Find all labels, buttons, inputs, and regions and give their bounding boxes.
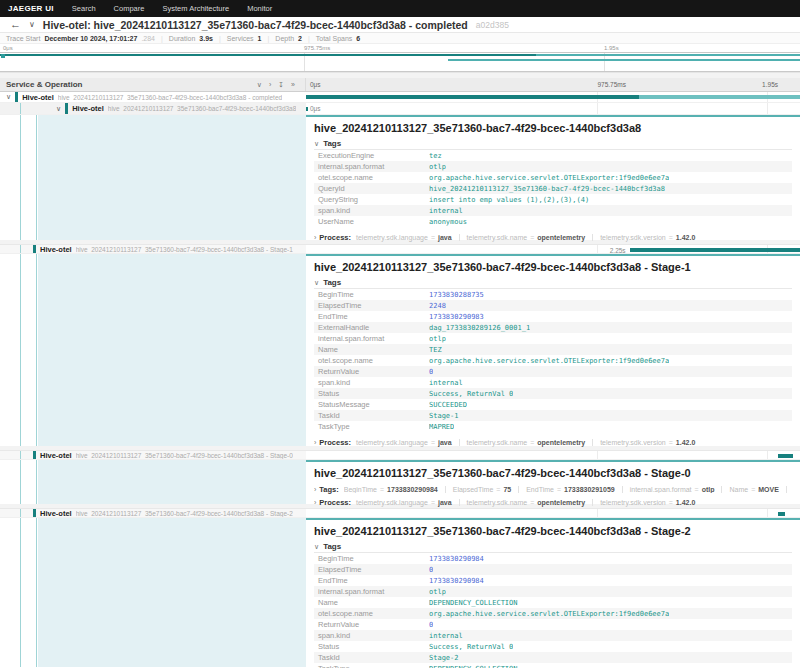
jaeger-logo[interactable]: JAEGER UI: [8, 4, 54, 13]
timeline-header-left: Service & Operation ∨ › ↧ »: [0, 78, 306, 91]
duration-value: 3.9s: [199, 35, 213, 42]
span-row-stage2[interactable]: Hive-otel hive_20241210113127_35e71360-b…: [0, 509, 800, 518]
collapse-one-icon[interactable]: ↧: [278, 81, 284, 89]
tag-key: TaskId: [314, 411, 429, 420]
total-spans-value: 6: [356, 35, 360, 42]
tag-value: TEZ: [429, 346, 442, 354]
tag-value: hive_20241210113127_35e71360-bac7-4f29-b…: [429, 185, 665, 193]
nav-item-monitor[interactable]: Monitor: [247, 4, 272, 13]
chevron-down-icon[interactable]: ∨: [56, 105, 61, 113]
process-item: telemetry.sdk.name=opentelemetry: [459, 439, 593, 446]
nav-item-search[interactable]: Search: [72, 4, 96, 13]
nav-item-compare[interactable]: Compare: [114, 4, 145, 13]
span-detail-stage2: hive_20241210113127_35e71360-bac7-4f29-b…: [0, 518, 800, 667]
minimap-tick: 975.75ms: [304, 45, 330, 51]
trace-header: ← ∨ Hive-otel: hive_20241210113127_35e71…: [0, 17, 800, 33]
tag-row: ElapsedTime 0: [314, 564, 792, 575]
timeline-header-row: Service & Operation ∨ › ↧ » 0μs975.75ms1…: [0, 78, 800, 92]
tree-guide: [36, 518, 37, 667]
operation-name: hive_20241210113127_35e71360-bac7-4f29-b…: [76, 510, 293, 517]
services-label: Services: [227, 35, 254, 42]
tag-row: TaskType DEPENDENCY_COLLECTION: [314, 663, 792, 668]
tree-guide: [20, 254, 21, 446]
trace-start-ms: .284: [141, 35, 155, 42]
tree-guide: [36, 460, 37, 504]
chevron-down-icon[interactable]: ∨: [29, 20, 35, 29]
ruler-tick: 975.75ms: [597, 81, 626, 88]
tags-section-collapsed[interactable]: › Tags: BeginTime=1733830290984ElapsedTi…: [314, 483, 792, 495]
trace-minimap[interactable]: 0μs975.75ms1.95s: [0, 44, 800, 72]
tree-guide: [20, 115, 21, 240]
trace-id-short: a02d385: [476, 20, 509, 30]
tag-row: StatusMessage SUCCEEDED: [314, 399, 792, 410]
tags-section-toggle[interactable]: ∨ Tags: [314, 277, 792, 289]
minimap-canvas[interactable]: [0, 52, 800, 72]
back-icon[interactable]: ←: [10, 19, 21, 30]
tag-summary-item: ElapsedTime=75: [445, 486, 518, 493]
tag-value: 1733830290984: [429, 577, 484, 585]
tag-key: ExecutionEngine: [314, 151, 429, 160]
tag-key: otel.scope.name: [314, 173, 429, 182]
tag-row: ReturnValue 0: [314, 366, 792, 377]
tree-guide: [20, 509, 21, 517]
service-name: Hive-otel: [40, 451, 72, 459]
collapse-all-icon[interactable]: ∨: [257, 81, 262, 89]
chevron-down-icon[interactable]: ∨: [6, 93, 11, 101]
expand-one-icon[interactable]: »: [291, 81, 295, 89]
nav-item-system-architecture[interactable]: System Architecture: [162, 4, 229, 13]
tag-value: Success, ReturnVal 0: [429, 390, 513, 398]
chevron-right-icon: ›: [314, 486, 316, 493]
span-bar[interactable]: [306, 107, 308, 111]
tag-key: Name: [314, 345, 429, 354]
tag-value: internal: [429, 207, 463, 215]
minimap-tick: 0μs: [3, 45, 13, 51]
tag-value: otlp: [429, 588, 446, 596]
tag-value: internal: [429, 379, 463, 387]
tag-value: SUCCEEDED: [429, 401, 467, 409]
process-section[interactable]: › Process: telemetry.sdk.language=javate…: [314, 436, 792, 448]
span-bar[interactable]: [630, 248, 800, 252]
tag-key: Status: [314, 642, 429, 651]
span-detail-title: hive_20241210113127_35e71360-bac7-4f29-b…: [314, 122, 792, 134]
tag-value: 1733830290983: [429, 313, 484, 321]
span-row-stage1[interactable]: Hive-otel hive_20241210113127_35e71360-b…: [0, 245, 800, 254]
span-detail-stage0: hive_20241210113127_35e71360-bac7-4f29-b…: [0, 460, 800, 504]
tag-row: QueryId hive_20241210113127_35e71360-bac…: [314, 183, 792, 194]
span-row-main[interactable]: ∨ Hive-otel hive_20241210113127_35e71360…: [0, 103, 800, 115]
tag-row: otel.scope.name org.apache.hive.service.…: [314, 355, 792, 366]
span-bar[interactable]: [306, 95, 800, 99]
tree-guide: [20, 245, 21, 253]
span-detail-title: hive_20241210113127_35e71360-bac7-4f29-b…: [314, 261, 792, 273]
tag-row: ReturnValue 0: [314, 619, 792, 630]
span-row-stage0[interactable]: Hive-otel hive_20241210113127_35e71360-b…: [0, 451, 800, 460]
tag-key: BeginTime: [314, 290, 429, 299]
tag-row: UserName anonymous: [314, 216, 792, 227]
tag-key: QueryId: [314, 184, 429, 193]
service-color-strip: [33, 509, 36, 517]
span-bar[interactable]: [778, 454, 793, 458]
tag-key: ElapsedTime: [314, 565, 429, 574]
tags-section-toggle[interactable]: ∨ Tags: [314, 138, 792, 150]
timeline-ruler: 0μs975.75ms1.95s: [306, 78, 800, 91]
tag-key: QueryString: [314, 195, 429, 204]
chevron-right-icon: ›: [314, 234, 316, 241]
tag-value: 0: [429, 621, 433, 629]
tag-row: Status Success, ReturnVal 0: [314, 388, 792, 399]
tag-key: ExternalHandle: [314, 323, 429, 332]
minimap-drag-handle[interactable]: [1, 54, 5, 58]
tag-value: otlp: [429, 335, 446, 343]
tag-row: TaskId Stage-2: [314, 652, 792, 663]
process-section[interactable]: › Process: telemetry.sdk.language=javate…: [314, 231, 792, 243]
tag-row: Name DEPENDENCY_COLLECTION: [314, 597, 792, 608]
process-section[interactable]: › Process: telemetry.sdk.language=javate…: [314, 496, 792, 508]
expand-all-icon[interactable]: ›: [269, 81, 271, 89]
trace-start-value: December 10 2024, 17:01:27: [44, 35, 137, 42]
tag-value: Success, ReturnVal 0: [429, 643, 513, 651]
span-row-root[interactable]: ∨ Hive-otel hive_20241210113127_35e71360…: [0, 92, 800, 103]
operation-name: hive_20241210113127_35e71360-bac7-4f29-b…: [76, 452, 293, 459]
tag-value: DEPENDENCY_COLLECTION: [429, 665, 518, 668]
tag-value: org.apache.hive.service.servlet.OTELExpo…: [429, 357, 669, 365]
tag-value: Stage-1: [429, 412, 459, 420]
tags-section-toggle[interactable]: ∨ Tags: [314, 541, 792, 553]
span-bar[interactable]: [778, 512, 785, 516]
